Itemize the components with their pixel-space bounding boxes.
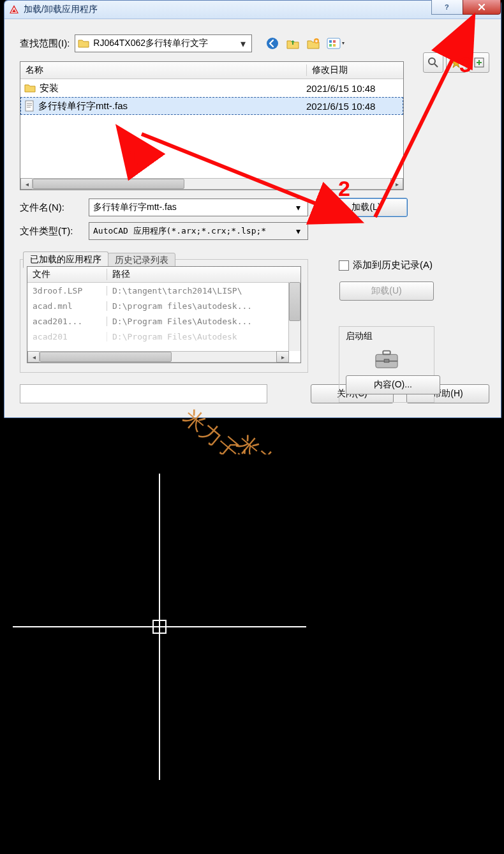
loaded-file: acad201 — [27, 332, 107, 341]
dropdown-arrow-icon[interactable]: ▾ — [292, 226, 304, 236]
checkbox-icon[interactable] — [339, 260, 349, 271]
horizontal-scrollbar[interactable]: ◂ ▸ — [27, 351, 289, 363]
svg-rect-27 — [384, 359, 389, 363]
svg-point-14 — [429, 58, 435, 64]
svg-point-6 — [267, 38, 278, 49]
lookin-combo[interactable]: RJ064TX062多行转单行文字 ▾ — [75, 34, 252, 52]
briefcase-icon — [371, 346, 402, 370]
script-file-icon — [24, 100, 34, 112]
scroll-thumb[interactable] — [33, 179, 184, 189]
up-folder-button[interactable] — [285, 36, 300, 51]
column-date-header[interactable]: 修改日期 — [307, 64, 403, 76]
load-unload-dialog: 加载/卸载应用程序 ? 查找范围(I): RJ064TX062多行 — [4, 0, 501, 418]
loaded-file: 3droof.LSP — [27, 286, 107, 296]
file-list[interactable]: 名称 修改日期 安装 2021/6/15 10:48 — [20, 61, 404, 190]
dropdown-arrow-icon[interactable]: ▾ — [237, 38, 249, 50]
cad-drawing-area[interactable]: MTT MTT — [0, 454, 504, 854]
file-row-folder[interactable]: 安装 2021/6/15 10:48 — [20, 79, 403, 97]
contents-button[interactable]: 内容(O)... — [346, 375, 440, 394]
loaded-path: D:\Program Files\Autodesk... — [107, 317, 300, 326]
loaded-row[interactable]: acad201 D:\Program Files\Autodesk — [27, 329, 300, 344]
column-name-header[interactable]: 名称 — [20, 64, 307, 76]
scroll-right-button[interactable]: ▸ — [276, 351, 289, 363]
autocad-logo-icon — [8, 4, 20, 15]
col-path-header[interactable]: 路径 — [107, 269, 300, 280]
col-file-header[interactable]: 文件 — [27, 269, 107, 280]
svg-line-15 — [434, 64, 438, 67]
loaded-row[interactable]: 3droof.LSP D:\tangent\tarch2014\LISP\ — [27, 283, 300, 298]
scroll-left-button[interactable]: ◂ — [20, 178, 33, 190]
filename-combo[interactable]: 多行转单行字mtt-.fas ▾ — [89, 199, 308, 216]
lookin-label: 查找范围(I): — [20, 38, 70, 50]
startup-label: 启动组 — [346, 331, 427, 342]
filename-label: 文件名(N): — [20, 202, 84, 214]
loaded-file: acad.mnl — [27, 301, 107, 311]
svg-text:✶: ✶ — [315, 39, 319, 43]
filetype-combo[interactable]: AutoCAD 应用程序(*.arx;*.crx;*.lsp;* ▾ — [89, 222, 308, 240]
svg-rect-13 — [333, 44, 336, 47]
scroll-thumb[interactable] — [289, 282, 300, 321]
find-file-button[interactable] — [423, 52, 443, 73]
folder-icon — [78, 38, 89, 49]
file-date: 2021/6/15 10:48 — [301, 101, 403, 112]
file-date: 2021/6/15 10:48 — [301, 83, 403, 94]
new-folder-button[interactable]: ✶ — [306, 36, 321, 51]
loaded-apps-table[interactable]: 文件 路径 3droof.LSP D:\tangent\tarch2014\LI… — [27, 266, 301, 363]
add-to-favorites-button[interactable] — [469, 52, 489, 73]
svg-text:?: ? — [445, 3, 449, 11]
svg-rect-11 — [333, 40, 336, 43]
back-button[interactable] — [265, 36, 280, 51]
lookin-value: RJ064TX062多行转单行文字 — [93, 38, 237, 49]
folder-icon — [24, 83, 36, 93]
file-row-fas[interactable]: 多行转单行字mtt-.fas 2021/6/15 10:48 — [20, 97, 403, 115]
loaded-path: D:\tangent\tarch2014\LISP\ — [107, 286, 300, 296]
svg-rect-10 — [329, 40, 332, 43]
crosshair-cursor-icon — [0, 454, 504, 854]
scroll-left-button[interactable]: ◂ — [27, 351, 40, 363]
loaded-row[interactable]: acad.mnl D:\program files\autodesk... — [27, 298, 300, 313]
file-name: 多行转单行字mtt-.fas — [38, 100, 128, 112]
add-history-checkbox-row[interactable]: 添加到历史记录(A) — [339, 259, 434, 271]
scroll-right-button[interactable]: ▸ — [390, 178, 403, 190]
svg-rect-26 — [383, 351, 390, 355]
loaded-file: acad201... — [27, 317, 107, 326]
help-titlebar-button[interactable]: ? — [431, 0, 463, 15]
file-list-header: 名称 修改日期 — [20, 62, 403, 79]
add-history-label: 添加到历史记录(A) — [353, 259, 433, 271]
filetype-value: AutoCAD 应用程序(*.arx;*.crx;*.lsp;* — [93, 225, 292, 237]
svg-rect-12 — [329, 44, 332, 47]
favorites-button[interactable] — [446, 52, 466, 73]
scroll-thumb[interactable] — [40, 352, 172, 362]
startup-group: 启动组 内容(O)... — [339, 326, 434, 403]
load-button[interactable]: 加载(L) — [325, 198, 408, 217]
loaded-path: D:\Program Files\Autodesk — [107, 332, 300, 341]
filename-value: 多行转单行字mtt-.fas — [93, 202, 292, 213]
view-menu-button[interactable] — [326, 36, 348, 51]
horizontal-scrollbar[interactable]: ◂ ▸ — [20, 178, 403, 190]
unload-button[interactable]: 卸载(U) — [339, 281, 434, 301]
filetype-label: 文件类型(T): — [20, 225, 84, 237]
titlebar: 加载/卸载应用程序 ? — [4, 1, 501, 19]
close-window-button[interactable] — [463, 0, 501, 15]
loaded-apps-group: 已加载的应用程序 历史记录列表 文件 路径 3droof.LSP D:\tang… — [20, 259, 308, 373]
window-title: 加载/卸载应用程序 — [24, 4, 498, 15]
file-name: 安装 — [40, 82, 59, 94]
status-message — [20, 384, 267, 403]
svg-rect-20 — [26, 101, 33, 111]
svg-marker-16 — [451, 57, 461, 68]
dropdown-arrow-icon[interactable]: ▾ — [292, 202, 304, 213]
vertical-scrollbar[interactable] — [288, 282, 300, 351]
loaded-row[interactable]: acad201... D:\Program Files\Autodesk... — [27, 313, 300, 329]
svg-rect-9 — [327, 38, 340, 49]
loaded-path: D:\program files\autodesk... — [107, 301, 300, 311]
